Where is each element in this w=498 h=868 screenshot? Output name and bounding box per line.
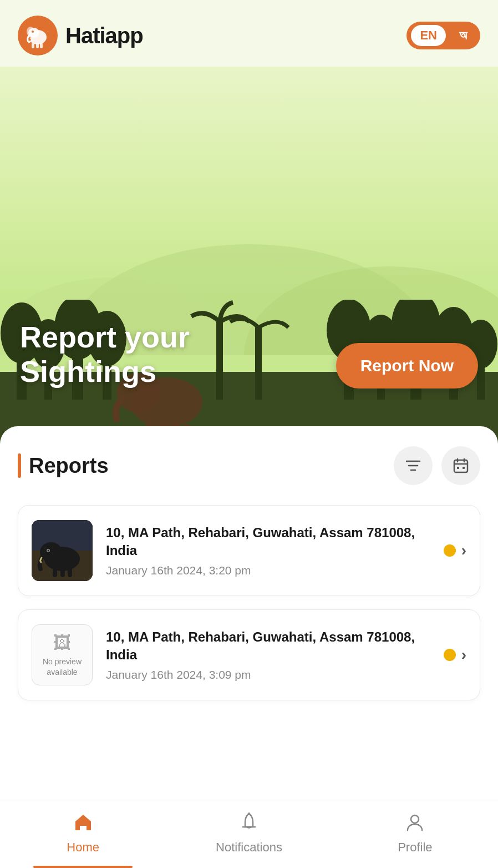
image-placeholder-icon: 🖼 xyxy=(53,633,71,653)
calendar-button[interactable] xyxy=(441,446,480,485)
hero-section: Report your Sightings Report Now xyxy=(0,67,498,444)
report-thumbnail xyxy=(32,520,93,581)
report-now-button[interactable]: Report Now xyxy=(336,343,478,388)
status-indicator xyxy=(444,649,456,661)
reports-header: Reports xyxy=(18,446,480,485)
reports-title-area: Reports xyxy=(18,453,109,478)
reports-section: Reports xyxy=(0,426,498,800)
report-info: 10, MA Path, Rehabari, Guwahati, Assam 7… xyxy=(106,628,430,682)
no-preview-thumbnail: 🖼 No previewavailable xyxy=(32,624,93,685)
bottom-navigation: Home Notifications Profile xyxy=(0,800,498,868)
home-icon xyxy=(73,811,94,836)
nav-profile[interactable]: Profile xyxy=(332,800,498,868)
svg-rect-47 xyxy=(68,567,72,577)
logo-area: Hatiapp xyxy=(18,16,143,55)
hero-content: Report your Sightings Report Now xyxy=(0,320,498,400)
report-date: January 16th 2024, 3:09 pm xyxy=(106,668,430,682)
report-status-area: › xyxy=(444,646,466,664)
report-card[interactable]: 🖼 No previewavailable 10, MA Path, Rehab… xyxy=(18,609,480,700)
svg-rect-37 xyxy=(454,460,467,472)
status-indicator xyxy=(444,544,456,557)
nav-home[interactable]: Home xyxy=(0,800,166,868)
nav-notifications[interactable]: Notifications xyxy=(166,800,332,868)
lang-en[interactable]: EN xyxy=(411,25,446,46)
app-logo xyxy=(18,16,58,55)
no-preview-label: No previewavailable xyxy=(43,657,82,677)
filter-button[interactable] xyxy=(394,446,433,485)
nav-notifications-label: Notifications xyxy=(216,840,282,855)
svg-rect-38 xyxy=(457,467,459,469)
svg-rect-4 xyxy=(32,43,34,48)
app-header: Hatiapp EN অ xyxy=(0,0,498,67)
report-address: 10, MA Path, Rehabari, Guwahati, Assam 7… xyxy=(106,628,430,664)
app-container: Hatiapp EN অ xyxy=(0,0,498,868)
svg-point-50 xyxy=(248,813,250,815)
report-date: January 16th 2024, 3:20 pm xyxy=(106,564,430,577)
chevron-right-icon: › xyxy=(461,542,466,559)
accent-bar xyxy=(18,453,21,478)
svg-point-3 xyxy=(32,31,34,33)
svg-rect-5 xyxy=(36,43,39,48)
svg-rect-45 xyxy=(53,567,57,577)
report-address: 10, MA Path, Rehabari, Guwahati, Assam 7… xyxy=(106,524,430,560)
bell-icon xyxy=(238,811,260,836)
reports-title: Reports xyxy=(29,454,109,478)
hero-tagline: Report your Sightings xyxy=(20,320,190,388)
lang-native[interactable]: অ xyxy=(450,25,476,46)
nav-home-label: Home xyxy=(67,840,99,855)
app-title: Hatiapp xyxy=(65,23,143,48)
svg-rect-46 xyxy=(60,568,65,577)
svg-rect-39 xyxy=(463,467,465,469)
profile-icon xyxy=(404,811,425,836)
svg-rect-41 xyxy=(32,520,93,551)
nav-profile-label: Profile xyxy=(398,840,432,855)
svg-rect-6 xyxy=(40,43,43,48)
language-toggle[interactable]: EN অ xyxy=(406,22,480,49)
report-info: 10, MA Path, Rehabari, Guwahati, Assam 7… xyxy=(106,524,430,578)
chevron-right-icon: › xyxy=(461,646,466,664)
report-card[interactable]: 10, MA Path, Rehabari, Guwahati, Assam 7… xyxy=(18,505,480,596)
svg-point-51 xyxy=(411,815,419,823)
svg-point-49 xyxy=(48,550,49,552)
report-status-area: › xyxy=(444,542,466,559)
reports-actions xyxy=(394,446,480,485)
